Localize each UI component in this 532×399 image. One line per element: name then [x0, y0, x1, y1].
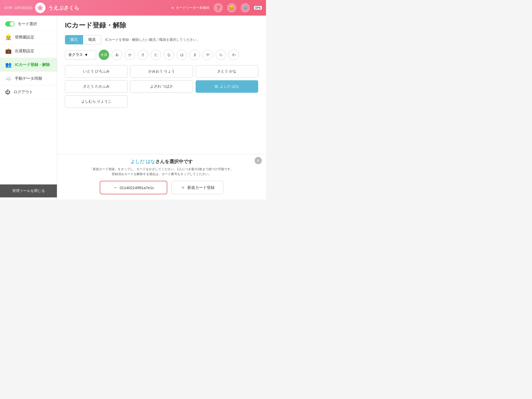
header-left: 10:59 12月15日(日) 🌸 うえぶさくら	[4, 3, 79, 13]
filter-ka[interactable]: か	[125, 50, 135, 60]
filter-na[interactable]: な	[164, 50, 174, 60]
bottom-panel: ✕ よしだ はなさんを選択中です 「新規カード登録」をタップし、カードをかざして…	[57, 154, 266, 200]
work-icon: 💼	[5, 48, 12, 54]
time-display: 10:59	[4, 6, 12, 10]
action-row: － 01140214991a7e1c ＋ 新規カード登録	[65, 181, 258, 194]
panel-close-button[interactable]: ✕	[255, 157, 262, 164]
tab-bar: 園児 職員 ICカードを登録・解除したい園児／職員を選択してください。	[65, 35, 258, 44]
person-sato-t[interactable]: さとう たかふみ	[65, 80, 128, 93]
tab-children[interactable]: 園児	[65, 35, 83, 44]
sidebar-item-ic-card[interactable]: 👥 ICカード登録・解除	[0, 58, 57, 72]
status-bar: 10:59 12月15日(日)	[4, 6, 32, 10]
person-ito[interactable]: いとう ひろふみ	[65, 65, 128, 78]
filter-ha[interactable]: は	[177, 50, 187, 60]
sidebar-label-ic-card: ICカード登録・解除	[15, 62, 50, 67]
sidebar: モード選択 👷 登降園設定 💼 出退勤設定 👥 ICカード登録・解除 ☁️ 手動…	[0, 16, 57, 200]
attendance-icon: 👷	[5, 34, 12, 40]
person-yoshi-h[interactable]: ⧉ よしだ はな	[196, 80, 258, 93]
minus-icon: －	[113, 184, 118, 191]
app-title: うえぶさくら	[48, 4, 79, 11]
sidebar-label-logout: ログアウト	[14, 90, 33, 95]
app-body: モード選択 👷 登降園設定 💼 出退勤設定 👥 ICカード登録・解除 ☁️ 手動…	[0, 16, 266, 200]
new-card-button[interactable]: ＋ 新規カード登録	[171, 181, 223, 194]
class-select-label: 全クラス	[68, 52, 83, 57]
card-number-value: 01140214991a7e1c	[120, 185, 154, 190]
tab-staff[interactable]: 職員	[83, 35, 101, 44]
filter-sa[interactable]: さ	[138, 50, 148, 60]
selected-suffix: さんを選択中です	[155, 159, 193, 164]
logout-icon: ⏻	[5, 89, 10, 95]
sidebar-item-sync[interactable]: ☁️ 手動データ同期	[0, 72, 57, 85]
person-grid: いとう ひろふみ かみおう りょう さとう かな さとう たかふみ よざわ つば…	[65, 65, 258, 108]
card-number-button[interactable]: － 01140214991a7e1c	[100, 181, 167, 194]
app-logo: 🌸	[35, 3, 45, 13]
settings-button[interactable]: ⚙️	[241, 3, 250, 12]
close-management-label: 管理ツールを閉じる	[12, 189, 45, 193]
ic-card-icon: 👥	[5, 62, 12, 68]
sidebar-item-work[interactable]: 💼 出退勤設定	[0, 44, 57, 58]
mode-toggle[interactable]	[5, 21, 15, 26]
sidebar-label-attendance: 登降園設定	[15, 35, 34, 40]
battery-indicator: 37%	[254, 6, 262, 10]
selected-description: 「新規カード登録」をタップし、カードをかざしてください。1人につき最大2枚まで紐…	[65, 167, 258, 177]
person-yoshi-r[interactable]: よしむら りょうこ	[65, 95, 128, 108]
desc-line2: 登録済みカードを解除する場合は、カード番号をタップしてください。	[112, 172, 211, 176]
class-select[interactable]: 全クラス ▼	[65, 50, 96, 59]
desc-line1: 「新規カード登録」をタップし、カードをかざしてください。1人につき最大2枚まで紐…	[90, 167, 233, 171]
date-display: 12月15日(日)	[14, 6, 32, 10]
tab-description: ICカードを登録・解除したい園児／職員を選択してください。	[105, 37, 200, 42]
filter-wa[interactable]: わ	[229, 50, 239, 60]
chevron-down-icon: ▼	[84, 53, 88, 57]
filter-ta[interactable]: た	[151, 50, 161, 60]
sidebar-label-sync: 手動データ同期	[15, 76, 42, 81]
person-kami[interactable]: かみおう りょう	[130, 65, 193, 78]
filter-a[interactable]: あ	[112, 50, 122, 60]
person-sato-k[interactable]: さとう かな	[196, 65, 258, 78]
filter-ma[interactable]: ま	[190, 50, 200, 60]
card-reader-status: ✕ カードリーダー未接続	[171, 5, 209, 10]
sidebar-label-mode: モード選択	[18, 22, 37, 26]
header-right: ✕ カードリーダー未接続 ❓ 👷 ⚙️ 37%	[171, 3, 262, 12]
sidebar-item-mode[interactable]: モード選択	[0, 18, 57, 30]
main-top: ICカード登録・解除 園児 職員 ICカードを登録・解除したい園児／職員を選択し…	[57, 16, 266, 154]
filter-ya[interactable]: や	[203, 50, 213, 60]
sidebar-item-attendance[interactable]: 👷 登降園設定	[0, 30, 57, 44]
person-yoza[interactable]: よざわ つばさ	[130, 80, 193, 93]
page-title: ICカード登録・解除	[65, 21, 258, 30]
sidebar-label-work: 出退勤設定	[15, 49, 34, 54]
sidebar-item-logout[interactable]: ⏻ ログアウト	[0, 85, 57, 99]
filter-ra[interactable]: ら	[216, 50, 226, 60]
card-reader-label: カードリーダー未接続	[176, 5, 209, 10]
new-card-label: 新規カード登録	[187, 185, 215, 190]
selected-person-label: よしだ はなさんを選択中です	[65, 158, 258, 165]
sync-icon: ☁️	[5, 75, 12, 82]
help-button[interactable]: ❓	[214, 3, 223, 12]
copy-icon: ⧉	[215, 84, 218, 89]
filter-all[interactable]: 全員	[99, 50, 109, 60]
selected-person-name: よしだ はな	[130, 159, 155, 164]
filter-row: 全クラス ▼ 全員 あ か さ た な は ま や ら わ	[65, 50, 258, 60]
main-content: ICカード登録・解除 園児 職員 ICカードを登録・解除したい園児／職員を選択し…	[57, 16, 266, 200]
close-management-button[interactable]: 管理ツールを閉じる	[0, 184, 57, 197]
header: 10:59 12月15日(日) 🌸 うえぶさくら ✕ カードリーダー未接続 ❓ …	[0, 0, 266, 16]
plus-icon: ＋	[181, 184, 185, 191]
user-icon-button[interactable]: 👷	[227, 3, 236, 12]
bluetooth-icon: ✕	[171, 6, 174, 10]
